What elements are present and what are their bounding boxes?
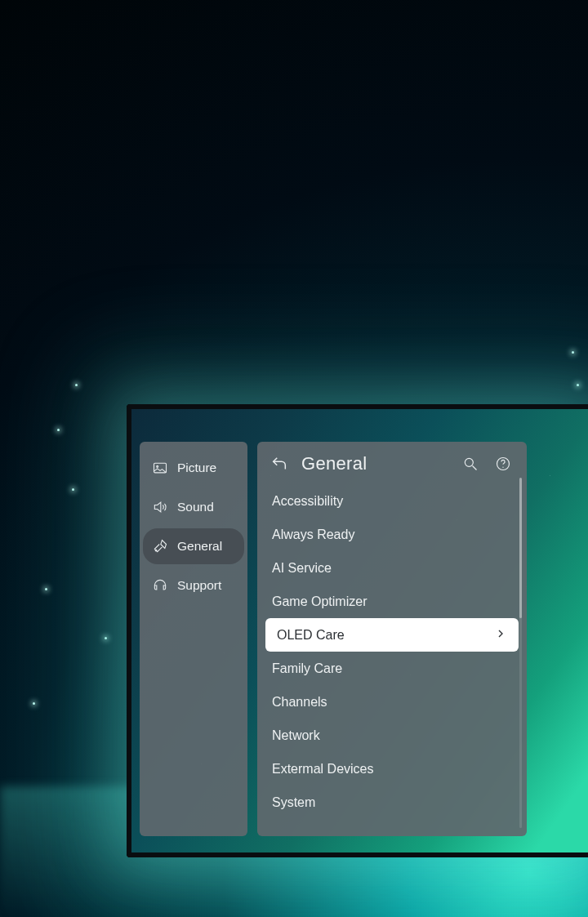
ambient-spark <box>75 384 78 386</box>
chevron-right-icon <box>494 627 507 643</box>
menu-item-label: AI Service <box>272 561 332 576</box>
sidebar-item-picture[interactable]: Picture <box>143 450 244 486</box>
settings-sidebar: Picture Sound General <box>140 442 247 836</box>
panel-list: Accessibility Always Ready AI Service Ga… <box>257 484 527 836</box>
menu-item-label: Extermal Devices <box>272 762 373 777</box>
general-icon <box>151 537 169 555</box>
sidebar-item-label: Sound <box>177 500 214 514</box>
svg-line-4 <box>473 466 477 470</box>
sound-icon <box>151 498 169 516</box>
menu-item-oled-care[interactable]: OLED Care <box>265 618 519 652</box>
help-icon <box>495 456 511 472</box>
svg-point-1 <box>157 465 158 467</box>
ambient-spark <box>33 702 35 705</box>
sidebar-item-label: General <box>177 539 222 554</box>
tv-screen: Picture Sound General <box>131 409 588 852</box>
help-button[interactable] <box>492 453 514 474</box>
menu-item-accessibility[interactable]: Accessibility <box>257 484 527 518</box>
menu-item-label: OLED Care <box>277 628 345 643</box>
panel-title: General <box>301 453 448 474</box>
search-button[interactable] <box>460 453 481 474</box>
ambient-spark <box>57 429 60 431</box>
ambient-spark <box>105 637 107 639</box>
menu-item-external-devices[interactable]: Extermal Devices <box>257 752 527 786</box>
menu-item-label: Accessibility <box>272 494 343 509</box>
panel-header: General <box>257 442 527 484</box>
back-button[interactable] <box>269 453 290 474</box>
menu-item-label: Channels <box>272 695 327 710</box>
menu-item-label: Network <box>272 728 320 743</box>
ambient-spark <box>577 384 579 386</box>
sidebar-item-label: Support <box>177 578 221 593</box>
ambient-spark <box>45 588 47 590</box>
picture-icon <box>151 459 169 477</box>
settings-panel: General Accessibility Always Ready <box>257 442 527 836</box>
tv-frame: Picture Sound General <box>127 404 588 857</box>
ambient-spark <box>72 488 74 491</box>
sidebar-item-label: Picture <box>177 461 216 475</box>
menu-item-system[interactable]: System <box>257 786 527 819</box>
menu-item-game-optimizer[interactable]: Game Optimizer <box>257 585 527 618</box>
back-icon <box>270 455 288 473</box>
sidebar-item-sound[interactable]: Sound <box>143 489 244 525</box>
support-icon <box>151 576 169 594</box>
sidebar-item-support[interactable]: Support <box>143 568 244 603</box>
scrollbar[interactable] <box>519 478 522 828</box>
menu-item-family-care[interactable]: Family Care <box>257 652 527 685</box>
scrollbar-thumb[interactable] <box>519 478 522 618</box>
menu-item-channels[interactable]: Channels <box>257 685 527 719</box>
menu-item-always-ready[interactable]: Always Ready <box>257 518 527 551</box>
svg-point-6 <box>502 467 503 468</box>
menu-item-network[interactable]: Network <box>257 719 527 752</box>
menu-item-label: System <box>272 795 315 810</box>
sidebar-item-general[interactable]: General <box>143 528 244 564</box>
svg-point-3 <box>465 458 473 466</box>
menu-item-label: Always Ready <box>272 527 354 542</box>
menu-item-label: Family Care <box>272 661 342 676</box>
search-icon <box>462 456 479 472</box>
menu-item-ai-service[interactable]: AI Service <box>257 551 527 585</box>
settings-ui: Picture Sound General <box>140 442 527 836</box>
ambient-spark <box>572 351 574 354</box>
menu-item-label: Game Optimizer <box>272 594 367 609</box>
